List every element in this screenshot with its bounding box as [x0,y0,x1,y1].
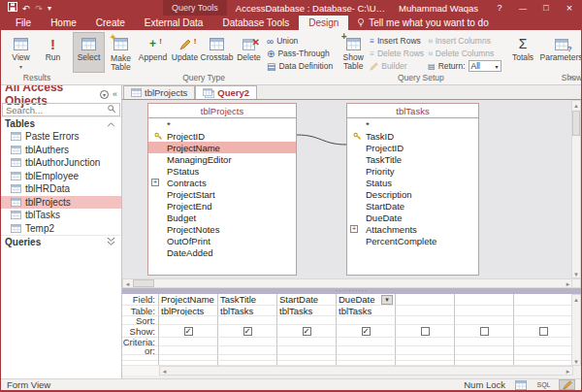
scrollbar-thumb[interactable] [572,111,580,136]
field-row-asterisk[interactable]: * [148,118,296,130]
sidebar-item-tblprojects[interactable]: tblProjects [1,196,121,210]
grid-cell-sort-6[interactable] [514,316,573,325]
grid-cell-sort-0[interactable] [159,316,218,325]
grid-cell-criteria-6[interactable] [514,338,573,346]
field-row-budget[interactable]: Budget [148,212,296,223]
update-button[interactable]: ! Update [169,32,201,73]
grid-cell-field-5[interactable] [455,294,514,306]
field-row-outofprint[interactable]: OutOfPrint [148,235,296,246]
sidebar-item-tblemployee[interactable]: tblEmployee [1,170,121,183]
field-row-duedate[interactable]: DueDate [347,212,478,223]
grid-horizontal-scrollbar[interactable] [159,366,573,376]
sidebar-item-tblhrdata[interactable]: tblHRData [1,182,121,196]
shutter-bar-close-icon[interactable]: « [113,89,117,99]
sidebar-item-tbltasks[interactable]: tblTasks [1,209,121,222]
pass-through-button[interactable]: ⊕ Pass-Through [265,48,335,59]
totals-button[interactable]: Σ Totals [507,32,539,73]
scrollbar-thumb[interactable] [133,279,154,287]
grid-cell-or-2[interactable] [277,346,337,355]
grid-cell-field-0[interactable]: ProjectName [159,294,218,306]
field-row-tasktitle[interactable]: TaskTitle [347,153,478,165]
grid-cell-sort-3[interactable] [337,316,396,325]
field-row-projectid[interactable]: ProjectID [347,142,478,153]
grid-vertical-scrollbar[interactable] [571,294,581,366]
show-checkbox[interactable] [303,327,311,336]
grid-cell-sort-1[interactable] [218,316,277,325]
save-icon[interactable] [8,2,17,14]
field-row-projectnotes[interactable]: ProjectNotes [148,223,296,235]
scroll-right-icon[interactable] [564,367,572,375]
section-queries[interactable]: Queries [1,235,121,248]
customize-qat-icon[interactable]: ▾ [48,4,51,13]
tab-external-data[interactable]: External Data [135,16,213,30]
show-checkbox[interactable] [539,327,548,336]
grid-cell-or-3[interactable] [337,346,396,355]
close-button[interactable] [558,0,581,16]
search-input[interactable]: Search... [2,103,120,116]
grid-cell-or-0[interactable] [159,346,218,355]
field-row-managingeditor[interactable]: ManagingEditor [148,153,296,165]
user-name[interactable]: Muhammad Waqas [389,3,488,14]
field-row-asterisk[interactable]: * [347,118,478,130]
field-row-attachments[interactable]: + Attachments [347,223,478,235]
show-checkbox[interactable] [362,327,371,336]
return-select[interactable]: All ▾ [469,60,501,72]
grid-cell-criteria-3[interactable] [337,338,396,346]
grid-cell-criteria-1[interactable] [218,338,277,346]
view-dropdown-arrow[interactable]: ▾ [19,63,22,72]
minimize-button[interactable] [511,0,534,16]
field-list-tblprojects[interactable]: tblProjects * ProjectID ProjectName Mana… [147,103,297,276]
scroll-up-icon[interactable] [572,101,581,109]
grid-cell-table-6[interactable] [514,306,573,316]
grid-cell-table-1[interactable]: tblTasks [218,306,277,316]
show-checkbox[interactable] [184,327,193,336]
nav-pane-menu-icon[interactable]: ▾ [100,90,109,99]
field-row-status[interactable]: Status [347,177,478,188]
grid-cell-or-1[interactable] [218,346,277,355]
section-tables[interactable]: Tables [1,116,121,130]
field-list-title[interactable]: tblProjects [148,104,296,118]
view-button[interactable]: View ▾ [5,32,37,73]
tab-home[interactable]: Home [41,16,86,30]
data-definition-button[interactable]: ▤ Data Definition [265,60,335,72]
field-row-dateadded[interactable]: DateAdded [148,246,296,258]
grid-cell-criteria-0[interactable] [159,338,218,346]
field-list-tbltasks[interactable]: tblTasks * TaskID ProjectID TaskTitle Pr… [346,103,479,276]
grid-cell-sort-4[interactable] [396,316,455,325]
scroll-down-icon[interactable] [572,270,581,278]
scroll-left-icon[interactable] [160,367,169,375]
scroll-left-icon[interactable] [123,279,132,287]
grid-cell-table-2[interactable]: tblTasks [277,306,337,316]
design-vertical-scrollbar[interactable] [571,100,581,278]
field-row-projectend[interactable]: ProjectEnd [148,200,296,212]
grid-cell-or-6[interactable] [514,346,573,355]
grid-cell-sort-5[interactable] [455,316,514,325]
grid-cell-field-2[interactable]: StartDate [277,294,337,306]
field-row-startdate[interactable]: StartDate [347,200,478,212]
scroll-down-icon[interactable] [572,357,581,365]
show-checkbox[interactable] [421,327,430,336]
field-row-description[interactable]: Description [347,188,478,200]
select-query-button[interactable]: Select [73,32,105,73]
doc-tab-query2[interactable]: Query2 [195,85,257,99]
crosstab-button[interactable]: Crosstab [201,32,233,73]
expand-icon[interactable]: + [151,179,159,186]
expand-icon[interactable]: + [350,225,358,233]
tell-me-box[interactable]: Tell me what you want to do [348,16,497,30]
tab-file[interactable]: File [6,16,41,30]
grid-cell-criteria-5[interactable] [455,338,514,346]
run-button[interactable]: ! Run [37,32,69,73]
show-checkbox[interactable] [480,327,489,336]
grid-cell-field-1[interactable]: TaskTitle [218,294,277,306]
field-row-projectid[interactable]: ProjectID [148,130,296,142]
union-button[interactable]: ∞ Union [265,35,335,47]
grid-cell-table-0[interactable]: tblProjects [159,306,218,316]
scroll-up-icon[interactable] [572,295,581,303]
tab-create[interactable]: Create [86,16,135,30]
query-design-surface[interactable]: tblProjects * ProjectID ProjectName Mana… [122,100,573,278]
grid-cell-or-4[interactable] [396,346,455,355]
grid-cell-criteria-4[interactable] [396,338,455,346]
design-view-button[interactable] [559,379,575,390]
field-row-taskid[interactable]: TaskID [347,130,478,142]
maximize-button[interactable] [534,0,558,16]
